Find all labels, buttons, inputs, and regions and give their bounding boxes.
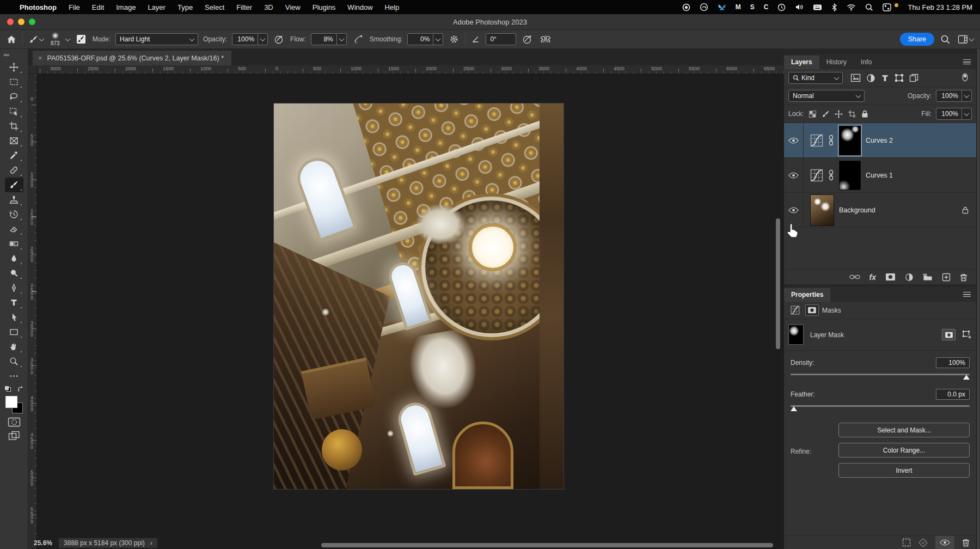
layer-thumbnail[interactable] — [810, 194, 834, 226]
properties-curves-icon[interactable] — [788, 304, 802, 316]
opacity-input[interactable]: 100% — [232, 33, 268, 45]
home-button[interactable] — [5, 34, 17, 45]
select-and-mask-button[interactable]: Select and Mask... — [838, 423, 970, 437]
control-center-icon[interactable] — [883, 3, 891, 11]
tab-layers[interactable]: Layers — [784, 56, 819, 69]
blur-tool[interactable] — [5, 251, 23, 266]
vertical-scrollbar[interactable] — [776, 218, 780, 349]
status-chevron-icon[interactable]: › — [150, 539, 152, 547]
blend-mode-select[interactable]: Hard Light — [115, 33, 198, 45]
document-tab[interactable]: × PA051536-ORF.psd @ 25.6% (Curves 2, La… — [33, 51, 231, 65]
butterfly-app-icon[interactable] — [718, 3, 726, 11]
filter-kind-select[interactable]: Kind — [788, 72, 843, 84]
rectangular-marquee-tool[interactable] — [5, 75, 23, 89]
zoom-level[interactable]: 25.6% — [34, 539, 52, 547]
brush-tool-preset[interactable] — [28, 34, 45, 45]
edit-toolbar-button[interactable] — [5, 369, 23, 383]
zoom-tool[interactable] — [5, 354, 23, 369]
spotlight-icon[interactable] — [865, 3, 873, 11]
feather-value[interactable]: 0.0 px — [936, 389, 970, 400]
pressure-opacity-icon[interactable] — [273, 33, 285, 46]
mask-link-icon[interactable] — [828, 135, 834, 147]
minimize-window-button[interactable] — [18, 19, 24, 25]
menu-item[interactable]: Select — [205, 3, 224, 11]
brush-settings-panel-toggle[interactable] — [75, 33, 88, 46]
brush-picker-chevron[interactable] — [65, 36, 70, 41]
ruler-origin-corner[interactable] — [28, 65, 37, 74]
search-icon[interactable] — [939, 33, 952, 46]
layer-name[interactable]: Curves 2 — [866, 137, 893, 144]
m-app-icon[interactable]: M — [736, 3, 741, 11]
add-vector-mask-icon[interactable] — [962, 330, 972, 339]
dock-edge-strip[interactable] — [976, 49, 980, 549]
layer-mask-thumbnail[interactable] — [839, 161, 861, 190]
paint-symmetry-icon[interactable] — [538, 33, 553, 46]
feather-slider-thumb[interactable] — [791, 406, 797, 411]
pressure-size-icon[interactable] — [521, 33, 534, 46]
path-selection-tool[interactable] — [5, 310, 23, 325]
menu-item[interactable]: File — [69, 3, 80, 11]
layer-row-background[interactable]: Background — [784, 193, 976, 228]
density-value[interactable]: 100% — [936, 357, 970, 368]
lock-position-icon[interactable] — [835, 110, 843, 118]
color-range-button[interactable]: Color Range... — [838, 443, 970, 457]
menu-item[interactable]: 3D — [264, 3, 273, 11]
filter-smart-objects-icon[interactable] — [909, 74, 918, 82]
density-slider[interactable] — [791, 373, 970, 380]
menu-item[interactable]: Image — [116, 3, 136, 11]
hand-tool[interactable] — [5, 339, 23, 354]
s-app-icon[interactable]: S — [750, 3, 755, 11]
swap-colors-icon[interactable] — [17, 386, 24, 392]
filter-shape-layers-icon[interactable] — [895, 74, 904, 82]
frame-tool[interactable] — [5, 133, 23, 148]
delete-mask-icon[interactable] — [962, 538, 970, 547]
quick-mask-mode-button[interactable] — [8, 417, 21, 427]
layer-row-curves-2[interactable]: Curves 2 — [784, 123, 976, 158]
layers-opacity-input[interactable]: 100% — [936, 90, 972, 102]
flow-input[interactable]: 8% — [311, 33, 347, 45]
menu-item[interactable]: Edit — [92, 3, 104, 11]
brush-tool[interactable] — [5, 178, 23, 192]
density-slider-thumb[interactable] — [963, 375, 970, 380]
menu-item[interactable]: Type — [177, 3, 193, 11]
gradient-tool[interactable] — [5, 236, 23, 251]
eyedropper-tool[interactable] — [5, 148, 23, 163]
menu-item[interactable]: Plugins — [313, 3, 336, 11]
smoothing-options-gear-icon[interactable] — [448, 33, 460, 45]
lasso-tool[interactable] — [5, 89, 23, 104]
volume-icon[interactable] — [795, 3, 804, 11]
smoothing-input[interactable]: 0% — [407, 33, 443, 45]
filter-pixel-layers-icon[interactable] — [850, 74, 861, 82]
zoom-window-button[interactable] — [29, 19, 35, 25]
filter-toggle-pin[interactable] — [961, 73, 969, 83]
layer-visibility-toggle[interactable] — [784, 193, 804, 227]
layer-row-curves-1[interactable]: Curves 1 — [784, 158, 976, 193]
dodge-tool[interactable] — [5, 266, 23, 280]
record-icon[interactable] — [682, 3, 690, 11]
layer-style-fx-icon[interactable]: fx — [869, 273, 876, 282]
screen-mode-button[interactable] — [8, 431, 20, 441]
foreground-color-swatch[interactable] — [5, 396, 17, 408]
horizontal-scrollbar[interactable] — [321, 543, 773, 547]
properties-masks-icon[interactable] — [805, 304, 819, 316]
creative-cloud-icon[interactable] — [700, 3, 708, 11]
eraser-tool[interactable] — [5, 222, 23, 236]
c-app-icon[interactable]: C — [764, 3, 769, 11]
filter-type-layers-icon[interactable] — [881, 74, 889, 82]
link-layers-icon[interactable] — [849, 273, 860, 280]
spot-healing-brush-tool[interactable] — [5, 163, 23, 178]
close-window-button[interactable] — [7, 19, 14, 25]
brush-size-picker[interactable]: 873 — [50, 31, 61, 47]
default-colors-icon[interactable] — [4, 386, 11, 392]
layers-panel-menu-icon[interactable] — [963, 59, 971, 64]
properties-panel-menu-icon[interactable] — [963, 292, 971, 297]
tab-properties[interactable]: Properties — [784, 288, 830, 302]
type-tool[interactable] — [5, 295, 23, 310]
time-machine-icon[interactable] — [777, 3, 786, 11]
menu-app-name[interactable]: Photoshop — [20, 3, 57, 11]
mask-link-icon[interactable] — [828, 169, 834, 181]
select-mask-button[interactable] — [942, 329, 955, 340]
invert-button[interactable]: Invert — [838, 463, 970, 478]
brush-angle-input[interactable]: 0° — [486, 33, 516, 45]
menu-item[interactable]: Layer — [148, 3, 166, 11]
